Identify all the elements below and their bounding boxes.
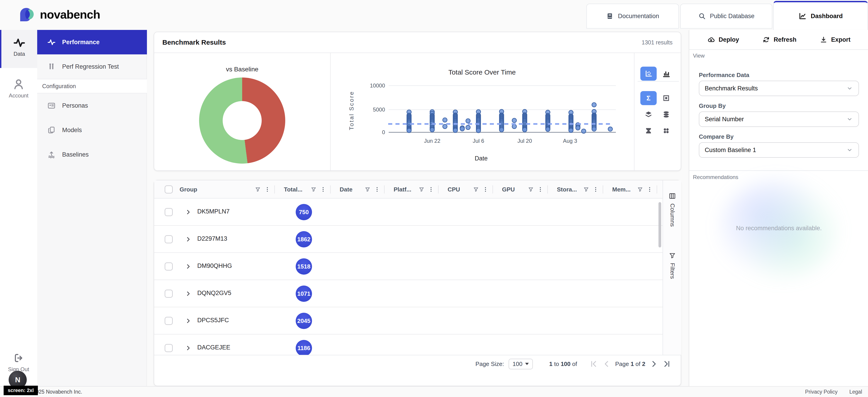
column-header-platf[interactable]: Platf... — [384, 180, 438, 199]
column-header-group[interactable]: Group — [154, 180, 275, 199]
database-button[interactable] — [658, 107, 674, 122]
total-score-badge: 1518 — [296, 258, 312, 275]
tab-public-database[interactable]: Public Database — [680, 4, 772, 29]
filter-icon[interactable] — [583, 187, 589, 192]
refresh-button[interactable]: Refresh — [762, 36, 797, 43]
column-header-gpu[interactable]: GPU — [493, 180, 548, 199]
panel-divider — [689, 170, 868, 171]
column-header-cpu[interactable]: CPU — [438, 180, 493, 199]
group-by-select[interactable]: Serial Number — [699, 111, 859, 127]
deploy-button[interactable]: Deploy — [707, 36, 739, 43]
row-checkbox[interactable] — [165, 262, 173, 270]
kebab-menu-icon[interactable] — [265, 187, 270, 192]
kebab-menu-icon[interactable] — [374, 187, 380, 192]
scrollbar-thumb[interactable] — [658, 202, 661, 247]
first-page-button[interactable] — [590, 360, 598, 368]
legal-link[interactable]: Legal — [849, 389, 862, 395]
brand[interactable]: novabench — [18, 6, 100, 23]
table-row[interactable]: DPCS5JFC2045 — [154, 307, 662, 334]
nav-section-label: Configuration — [42, 83, 76, 90]
sign-out-button[interactable]: Sign Out — [0, 353, 37, 372]
group-by-value: Serial Number — [705, 116, 744, 123]
column-header-total[interactable]: Total... — [275, 180, 331, 199]
row-range: 1 to 100 of — [549, 361, 577, 368]
kebab-menu-icon[interactable] — [483, 187, 489, 192]
performance-data-select[interactable]: Benchmark Results — [699, 81, 859, 96]
column-header-date[interactable]: Date — [331, 180, 384, 199]
pivot-button[interactable] — [640, 124, 657, 138]
row-checkbox[interactable] — [165, 290, 173, 298]
expand-row-chevron-icon[interactable] — [185, 263, 191, 270]
tab-dashboard[interactable]: Dashboard — [773, 1, 868, 30]
activity-icon — [13, 36, 26, 49]
row-checkbox[interactable] — [165, 344, 173, 352]
results-card-header: Benchmark Results 1301 results — [154, 32, 681, 53]
layers-icon — [644, 110, 653, 119]
novabench-logo-icon — [18, 6, 34, 23]
kebab-menu-icon[interactable] — [428, 187, 434, 192]
expand-row-chevron-icon[interactable] — [185, 291, 191, 297]
nav-item-personas[interactable]: Personas — [37, 93, 147, 118]
x-tick-jul6: Jul 6 — [460, 138, 497, 144]
bar-chart-type-button[interactable] — [658, 67, 674, 81]
x-tick-jul20: Jul 20 — [506, 138, 543, 144]
grid-side-panel: Columns Filters — [662, 180, 681, 355]
sum-aggregation-button[interactable]: Σ — [640, 91, 657, 105]
no-aggregation-button[interactable] — [658, 91, 674, 105]
compare-by-select[interactable]: Custom Baseline 1 — [699, 142, 859, 158]
filter-icon[interactable] — [365, 187, 371, 192]
vs-baseline-donut-chart — [199, 77, 285, 164]
row-checkbox[interactable] — [165, 317, 173, 325]
table-row[interactable]: DACGEJEE1186 — [154, 334, 662, 355]
table-row[interactable]: DK5MPLN7750 — [154, 199, 662, 226]
total-score-badge: 1862 — [296, 231, 312, 247]
page-size-select[interactable]: 100 — [508, 359, 533, 369]
layers-button[interactable] — [640, 107, 657, 122]
filter-icon[interactable] — [255, 187, 261, 192]
column-label: GPU — [502, 186, 515, 193]
kebab-menu-icon[interactable] — [647, 187, 653, 192]
filter-icon[interactable] — [473, 187, 479, 192]
expand-row-chevron-icon[interactable] — [185, 318, 191, 324]
group-button[interactable] — [658, 124, 674, 138]
filter-icon[interactable] — [637, 187, 643, 192]
column-header-mem[interactable]: Mem... — [603, 180, 657, 199]
select-all-checkbox[interactable] — [165, 185, 173, 194]
columns-side-tab[interactable]: Columns — [663, 192, 682, 227]
export-button[interactable]: Export — [820, 36, 850, 43]
kebab-menu-icon[interactable] — [593, 187, 599, 192]
nav-item-baselines[interactable]: Baselines — [37, 142, 147, 167]
rail-item-data[interactable]: Data — [0, 30, 37, 68]
scatter-chart-type-button[interactable] — [640, 67, 657, 81]
table-vertical-scrollbar[interactable] — [658, 200, 661, 353]
table-row[interactable]: DM90QHHG1518 — [154, 253, 662, 280]
filter-icon[interactable] — [528, 187, 534, 192]
total-score-badge: 2045 — [296, 313, 312, 329]
table-row[interactable]: D2297M131862 — [154, 226, 662, 253]
kebab-menu-icon[interactable] — [320, 187, 326, 192]
view-section-label: View — [693, 53, 705, 59]
tab-documentation[interactable]: Documentation — [586, 4, 679, 29]
filter-icon[interactable] — [418, 187, 425, 192]
column-label: Platf... — [394, 186, 411, 193]
previous-page-button[interactable] — [602, 360, 611, 368]
rail-item-account[interactable]: Account — [0, 72, 37, 110]
column-header-stora[interactable]: Stora... — [548, 180, 603, 199]
row-checkbox[interactable] — [165, 235, 173, 243]
expand-row-chevron-icon[interactable] — [185, 236, 191, 242]
next-page-button[interactable] — [650, 360, 658, 368]
nav-item-perf-regression-test[interactable]: Perf Regression Test — [37, 55, 147, 79]
deploy-label: Deploy — [719, 36, 739, 43]
nav-item-performance[interactable]: Performance — [37, 30, 147, 55]
expand-row-chevron-icon[interactable] — [185, 345, 191, 351]
table-header-row: GroupTotal...DatePlatf...CPUGPUStora...M… — [154, 180, 662, 199]
table-row[interactable]: DQNQ2GV51071 — [154, 280, 662, 307]
expand-row-chevron-icon[interactable] — [185, 209, 191, 215]
kebab-menu-icon[interactable] — [537, 187, 543, 192]
filters-side-tab[interactable]: Filters — [663, 252, 682, 279]
nav-item-models[interactable]: Models — [37, 118, 147, 142]
privacy-policy-link[interactable]: Privacy Policy — [805, 389, 838, 395]
last-page-button[interactable] — [662, 360, 671, 368]
row-checkbox[interactable] — [165, 208, 173, 216]
filter-icon[interactable] — [311, 187, 316, 192]
